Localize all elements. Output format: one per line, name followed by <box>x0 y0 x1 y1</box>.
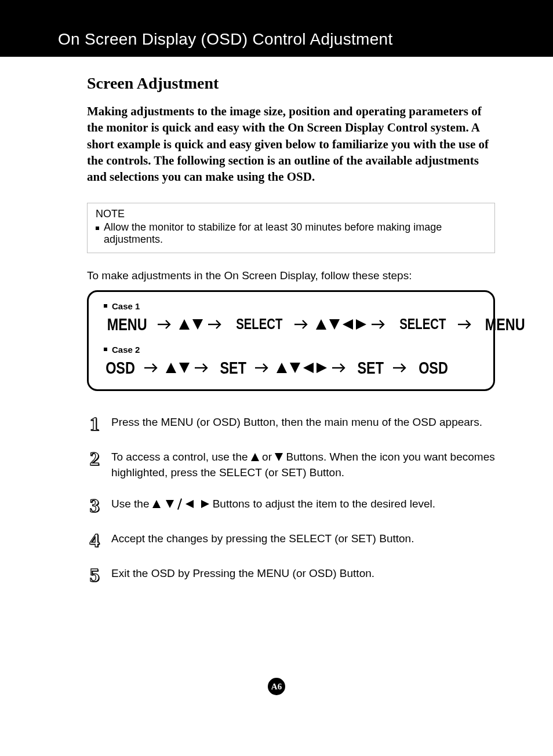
step-body: To access a control, use the or Buttons.… <box>111 449 495 481</box>
triangle-down-icon <box>179 363 190 373</box>
set-label: SET <box>220 358 246 378</box>
page-number: A6 <box>271 682 282 692</box>
step-body: Press the MENU (or OSD) Button, then the… <box>111 414 495 434</box>
select-label: SELECT <box>237 315 283 333</box>
case1-label: Case 1 <box>104 301 481 311</box>
note-line: Allow the monitor to stabilize for at le… <box>96 221 486 246</box>
arrow-right-icon <box>332 363 349 373</box>
step-number: 2 <box>87 449 102 481</box>
arrow-right-icon <box>157 319 174 330</box>
arrow-right-icon <box>371 319 388 330</box>
slash-icon <box>177 498 182 509</box>
triangle-right-icon <box>356 319 366 330</box>
step-number: 5 <box>87 565 102 585</box>
step-number: 1 <box>87 414 102 434</box>
arrow-right-icon <box>194 363 212 373</box>
triangle-up-icon <box>276 363 287 373</box>
page: On Screen Display (OSD) Control Adjustme… <box>0 0 553 756</box>
triangle-left-icon <box>185 500 194 508</box>
arrow-right-icon <box>294 319 311 330</box>
step-body: Exit the OSD by Pressing the MENU (or OS… <box>111 565 495 585</box>
up-down-group <box>179 319 203 330</box>
step-text: . <box>341 466 344 479</box>
triangle-down-icon <box>192 319 203 330</box>
up-down-group <box>166 363 190 373</box>
bullet-icon <box>104 348 107 351</box>
triangle-up-icon <box>152 500 161 508</box>
triangle-left-icon <box>343 319 353 330</box>
triangle-down-icon <box>275 453 283 461</box>
step-text: . <box>372 567 374 579</box>
triangle-up-icon <box>166 363 176 373</box>
note-text: Allow the monitor to stabilize for at le… <box>104 221 486 246</box>
page-header-title: On Screen Display (OSD) Control Adjustme… <box>58 30 392 48</box>
step-text: to adjust the item to the desired level. <box>250 498 435 510</box>
lead-text: To make adjustments in the On Screen Dis… <box>87 269 495 282</box>
triangle-down-icon <box>166 500 174 508</box>
bullet-icon <box>96 227 99 230</box>
triangle-right-icon <box>316 363 327 373</box>
udlr-group <box>316 319 366 330</box>
step-number: 4 <box>87 531 102 550</box>
arrow-right-icon <box>144 363 161 373</box>
menu-label: MENU <box>107 315 147 334</box>
step-2: 2 To access a control, use the or Button… <box>87 449 495 481</box>
step-bold: Buttons <box>213 498 250 510</box>
osd-label: OSD <box>419 358 448 378</box>
step-text: Accept the changes by pressing the <box>111 532 289 545</box>
steps-list: 1 Press the MENU (or OSD) Button, then t… <box>87 414 495 585</box>
arrow-right-icon <box>457 319 475 330</box>
arrow-right-icon <box>254 363 272 373</box>
triangle-up-icon <box>251 453 259 461</box>
set-label: SET <box>358 358 384 378</box>
udlr-group <box>276 363 327 373</box>
content: Screen Adjustment Making adjustments to … <box>0 57 553 585</box>
step-bold: MENU (or OSD) Button <box>161 416 275 428</box>
step-text: . <box>411 532 414 545</box>
case-box: Case 1 MENU SELECT SELEC <box>87 290 495 391</box>
step-1: 1 Press the MENU (or OSD) Button, then t… <box>87 414 495 434</box>
step-text: , then the main menu of the OSD appears. <box>275 416 482 428</box>
step-number: 3 <box>87 496 102 516</box>
select-label: SELECT <box>399 315 446 333</box>
step-bold: SELECT (or SET) Button <box>289 532 411 545</box>
triangle-down-icon <box>290 363 300 373</box>
arrow-right-icon <box>208 319 225 330</box>
section-heading: Screen Adjustment <box>87 74 495 93</box>
triangle-left-icon <box>303 363 314 373</box>
page-header: On Screen Display (OSD) Control Adjustme… <box>0 0 553 57</box>
step-body: Use the Buttons to adjust the item to th… <box>111 496 495 516</box>
triangle-right-icon <box>201 500 209 508</box>
case2-flow: OSD SET SET OSD <box>101 358 481 378</box>
note-box: NOTE Allow the monitor to stabilize for … <box>87 203 495 253</box>
triangle-down-icon <box>329 319 340 330</box>
step-bold: SELECT (or SET) Button <box>219 466 341 479</box>
arrow-right-icon <box>392 363 410 373</box>
step-4: 4 Accept the changes by pressing the SEL… <box>87 531 495 550</box>
case2-label: Case 2 <box>104 345 481 355</box>
step-body: Accept the changes by pressing the SELEC… <box>111 531 495 550</box>
step-text: To access a control, use the <box>111 451 251 463</box>
step-text: or <box>262 451 275 463</box>
menu-label: MENU <box>485 315 525 334</box>
step-text: Exit the OSD by Pressing the <box>111 567 257 579</box>
intro-paragraph: Making adjustments to the image size, po… <box>87 103 495 185</box>
triangle-up-icon <box>316 319 326 330</box>
case2-label-text: Case 2 <box>112 345 140 355</box>
step-text: Use the <box>111 498 152 510</box>
bullet-icon <box>104 304 107 308</box>
triangle-up-icon <box>179 319 190 330</box>
step-bold: Buttons <box>286 451 323 463</box>
case1-flow: MENU SELECT SELECT MENU <box>101 315 481 334</box>
step-5: 5 Exit the OSD by Pressing the MENU (or … <box>87 565 495 585</box>
note-title: NOTE <box>96 208 486 220</box>
step-3: 3 Use the Buttons to adjust the item to … <box>87 496 495 516</box>
page-number-badge: A6 <box>268 678 285 695</box>
step-bold: MENU (or OSD) Button <box>257 567 371 579</box>
step-text: Press the <box>111 416 161 428</box>
osd-label: OSD <box>105 358 135 378</box>
case1-label-text: Case 1 <box>112 301 140 311</box>
